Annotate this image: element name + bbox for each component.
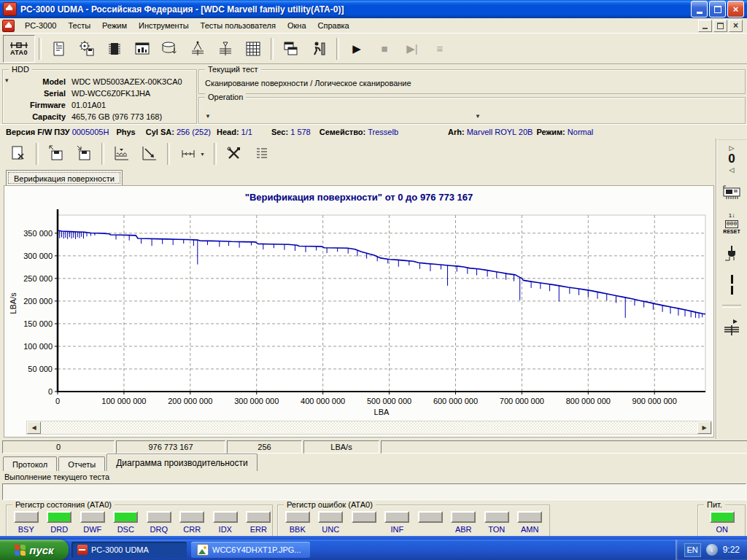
legend-icon[interactable] <box>248 141 276 167</box>
svg-text:200 000 000: 200 000 000 <box>168 397 212 405</box>
status-register-label: Регистр состояния (АТА0) <box>12 500 115 509</box>
operation-group: Operation ▼ ▼ <box>198 97 746 124</box>
led-cell: CRR <box>176 511 209 534</box>
hdd-row-value: WDC WD5003AZEX-00K3CA0 <box>71 77 182 86</box>
restore-button[interactable] <box>709 1 726 18</box>
bottom-tab-1[interactable]: Протокол <box>3 456 57 471</box>
error-register-group: Регистр ошибок (АТА0) BBKUNCINFABRTONAMN <box>277 505 550 540</box>
stop-test-button[interactable]: ■ <box>371 36 398 62</box>
mdi-restore-button[interactable] <box>713 20 727 32</box>
led-cell: TON <box>480 511 514 534</box>
minimize-button[interactable] <box>691 1 708 18</box>
led-label: ERR <box>250 525 267 534</box>
close-button[interactable]: × <box>727 1 744 18</box>
pc3000-menu-icon <box>2 20 15 32</box>
test-queue-button[interactable]: ≡ <box>426 36 454 62</box>
current-test-value: Сканирование поверхности / Логическое ск… <box>205 79 411 88</box>
hdd-row-value: 465,76 GB (976 773 168) <box>71 112 182 121</box>
user-test-icon[interactable] <box>305 36 333 62</box>
pause-icon[interactable] <box>731 275 733 295</box>
bottom-tab-2[interactable]: Отчеты <box>58 456 105 471</box>
DRQ-led <box>147 511 171 523</box>
unnamed-led <box>352 511 376 523</box>
chart-title: "Верификация поверхности" от 0 до 976 77… <box>4 192 713 203</box>
menu-items: PC-3000ТестыРежимИнструментыТесты пользо… <box>19 21 355 30</box>
scroll-left-button[interactable]: ◀ <box>27 421 41 434</box>
status-segment: Phys <box>116 128 135 136</box>
current-test-group: Текущий тест Сканирование поверхности / … <box>198 69 746 94</box>
mdi-close-button[interactable]: × <box>729 20 743 32</box>
slope-chart-icon[interactable] <box>136 141 163 167</box>
database-icon[interactable] <box>156 36 184 62</box>
menu-item-1[interactable]: PC-3000 <box>19 19 62 32</box>
language-indicator[interactable]: EN <box>684 543 701 557</box>
UNC-led <box>318 511 343 523</box>
chart-window-icon[interactable] <box>128 36 156 62</box>
progress-area <box>2 483 746 500</box>
menu-bar: PC-3000ТестыРежимИнструментыТесты пользо… <box>0 18 747 34</box>
led-cell <box>414 511 447 534</box>
current-test-label: Текущий тест <box>205 65 261 74</box>
error-register-label: Регистр ошибок (АТА0) <box>284 500 376 509</box>
operation-combo-arrow-1[interactable]: ▼ <box>205 113 211 120</box>
led-cell: BSY <box>9 511 43 534</box>
svg-text:400 000 000: 400 000 000 <box>301 397 345 405</box>
start-button[interactable]: пуск <box>0 540 69 560</box>
save-report-icon[interactable] <box>42 141 70 167</box>
footer-cell-1: 0 <box>2 440 115 454</box>
power-group: Пит. ON <box>697 505 746 540</box>
menu-item-6[interactable]: Окна <box>282 19 312 32</box>
copy-windows-icon[interactable] <box>277 36 305 62</box>
toolbar-separator <box>271 38 274 60</box>
BBK-led <box>285 511 310 523</box>
range-dropdown-arrow[interactable]: ▼ <box>200 152 205 157</box>
clear-report-icon[interactable] <box>4 141 32 167</box>
menu-item-2[interactable]: Тесты <box>62 19 96 32</box>
run-test-button[interactable]: ▶ <box>343 36 371 62</box>
scroll-right-button[interactable]: ▶ <box>697 421 711 434</box>
hdd-info-table: ModelWDC WD5003AZEX-00K3CA0 SerialWD-WCC… <box>7 77 182 121</box>
CRR-led <box>179 511 204 523</box>
ata0-port-button[interactable]: ATA0 <box>3 35 35 63</box>
port-indicator-icon[interactable]: ▷0◁ <box>727 144 735 174</box>
reset-icon[interactable]: 1↓ 000 RESET <box>723 213 740 234</box>
title-bar: PC-3000 UDMA - Российская Федерация - [W… <box>0 0 747 18</box>
tab-surface-verification[interactable]: Верификация поверхности <box>6 170 123 186</box>
tools-icon[interactable] <box>220 141 248 167</box>
menu-item-4[interactable]: Инструменты <box>133 19 195 32</box>
recalibrate-icon[interactable] <box>721 318 742 337</box>
window-title: PC-3000 UDMA - Российская Федерация - [W… <box>20 4 344 15</box>
head-load-icon[interactable] <box>212 36 239 62</box>
threshold-chart-icon[interactable] <box>108 141 136 167</box>
bottom-tab-3[interactable]: Диаграмма производительности <box>107 454 258 471</box>
taskbar-task-image[interactable]: WCC6Y4DHXT1P.JPG... <box>191 542 310 558</box>
head-calibration-icon[interactable] <box>184 36 212 62</box>
adapter-card-icon[interactable] <box>721 184 743 203</box>
chart-horizontal-scrollbar[interactable]: ◀ ▶ <box>26 421 712 435</box>
hdd-row-label: Serial <box>7 89 66 98</box>
step-test-button[interactable]: ▶| <box>398 36 426 62</box>
svg-text:0: 0 <box>48 387 53 396</box>
chip-icon[interactable] <box>101 36 128 62</box>
svg-text:900 000 000: 900 000 000 <box>632 397 677 405</box>
range-select-button[interactable]: ▼ <box>174 141 210 167</box>
status-register-leds: BSYDRDDWFDSCDRQCRRIDXERR <box>9 511 275 534</box>
led-label: DWF <box>83 525 101 534</box>
chart-footer-cells: 0976 773 167256LBA/s <box>2 440 747 454</box>
svg-text:250 000: 250 000 <box>23 274 53 283</box>
gear-save-icon[interactable] <box>73 36 101 62</box>
footer-cell-3: 256 <box>227 440 302 454</box>
menu-item-5[interactable]: Тесты пользователя <box>195 19 282 32</box>
report-script-icon[interactable] <box>45 36 73 62</box>
taskbar-task-pc3000[interactable]: PC-3000 UDMA <box>71 542 187 558</box>
tray-status-icon[interactable]: ‹ <box>706 544 718 556</box>
sector-grid-icon[interactable] <box>239 36 267 62</box>
menu-item-7[interactable]: Справка <box>312 19 355 32</box>
load-report-icon[interactable] <box>70 141 98 167</box>
mdi-minimize-button[interactable] <box>698 20 712 32</box>
chart-panel: "Верификация поверхности" от 0 до 976 77… <box>4 185 714 438</box>
led-cell: DRD <box>43 511 77 534</box>
operation-combo-arrow-2[interactable]: ▼ <box>475 113 481 120</box>
power-connector-icon[interactable] <box>722 244 741 265</box>
menu-item-3[interactable]: Режим <box>96 19 133 32</box>
